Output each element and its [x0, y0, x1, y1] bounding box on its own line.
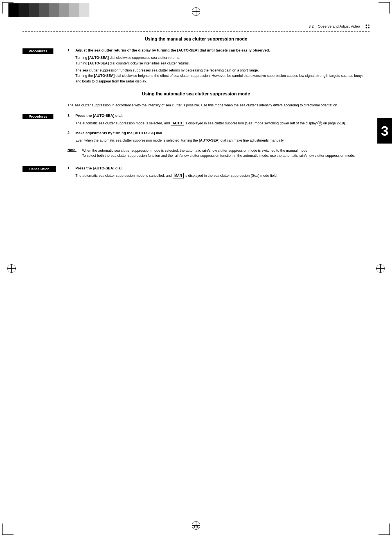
section2-step2: 2 Make adjustments by turning the [AUTO-… [67, 131, 370, 144]
step1-heading: Adjust the sea clutter returns of the di… [75, 48, 270, 53]
corner-mark-br [379, 523, 390, 535]
section2-title: Using the automatic sea clutter suppress… [22, 91, 370, 97]
auto-badge: AUTO [171, 121, 184, 126]
cancellation-row: Cancellation 1 Press the [AUTO-SEA] dial… [22, 166, 370, 180]
page-number: 3-8 [193, 524, 199, 529]
section2-step2-num: 2 [67, 131, 72, 135]
section1-procedures-badge: Procedures [22, 48, 53, 54]
chapter-tab: 3 [377, 118, 392, 144]
section2-procedures-row: Procedures 1 Press the [AUTO-SEA] dial. … [22, 113, 370, 161]
dot [368, 27, 370, 28]
section2-step1: 1 Press the [AUTO-SEA] dial. The automat… [67, 113, 370, 126]
section2-intro: The sea clutter suppression in accordanc… [22, 103, 370, 108]
header-dots [366, 24, 370, 28]
crosshair-right [376, 264, 385, 273]
dashed-separator [22, 31, 370, 32]
section2-step2-body: Even when the automatic sea clutter supp… [67, 138, 370, 143]
page-header: 3.2 Observe and Adjust Video [308, 24, 370, 28]
cancellation-badge: Cancellation [22, 166, 56, 172]
section-manual: Using the manual sea clutter suppression… [22, 37, 370, 86]
step1-body-line1: Turning [AUTO-SEA] dial clockwise suppre… [75, 55, 370, 66]
dot [368, 24, 370, 26]
corner-mark-tr [379, 2, 390, 14]
cancel-step1-heading: Press the [AUTO-SEA] dial. [75, 166, 123, 171]
section2-step-content: 1 Press the [AUTO-SEA] dial. The automat… [67, 113, 370, 161]
cancellation-badge-col: Cancellation [22, 166, 67, 172]
step1-body: Turning [AUTO-SEA] dial clockwise suppre… [67, 55, 370, 84]
step1-num: 1 [67, 48, 72, 52]
header-section-ref: 3.2 Observe and Adjust Video [308, 24, 360, 28]
cancel-step1-num: 1 [67, 166, 72, 170]
section2-procedures-badge: Procedures [22, 114, 53, 119]
man-badge: MAN [173, 173, 184, 178]
note-label: Note: [67, 148, 80, 152]
test-pattern [8, 3, 89, 17]
crosshair-left [7, 264, 16, 273]
section1-procedures-row: Procedures 1 Adjust the sea clutter retu… [22, 48, 370, 86]
crosshair-top [192, 7, 200, 16]
section1-title: Using the manual sea clutter suppression… [22, 37, 370, 42]
corner-mark-bl [2, 523, 13, 535]
cancellation-step-content: 1 Press the [AUTO-SEA] dial. The automat… [67, 166, 370, 180]
cancel-step1-body: The automatic sea clutter suppression mo… [67, 173, 370, 178]
section-auto: Using the automatic sea clutter suppress… [22, 91, 370, 180]
chapter-number: 3 [381, 123, 389, 139]
content: Using the manual sea clutter suppression… [22, 37, 370, 520]
section2-step1-body: The automatic sea clutter suppression mo… [67, 121, 370, 126]
section2-step1-num: 1 [67, 113, 72, 117]
section1-step-content: 1 Adjust the sea clutter returns of the … [67, 48, 370, 86]
section2-badge-col: Procedures [22, 113, 67, 119]
display-icon: ⑩ [317, 121, 322, 126]
dot [366, 27, 367, 28]
section2-step2-heading: Make adjustments by turning the [AUTO-SE… [75, 131, 163, 136]
note-row: Note: When the automatic sea clutter sup… [67, 148, 370, 159]
page-container: 3 3.2 Observe and Adjust Video Using the… [0, 0, 392, 537]
section2-step1-heading: Press the [AUTO-SEA] dial. [75, 113, 123, 118]
dot [366, 24, 367, 26]
section1-badge-col: Procedures [22, 48, 67, 54]
note-text: When the automatic sea clutter suppressi… [82, 148, 355, 159]
step1-body-line2: The sea clutter suppression function sup… [75, 68, 370, 84]
